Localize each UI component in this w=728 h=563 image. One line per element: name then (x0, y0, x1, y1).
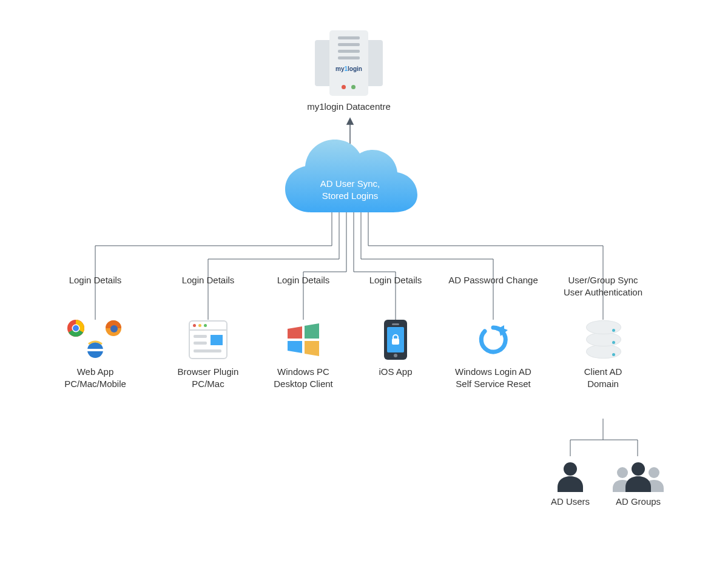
browsers-icon (47, 319, 144, 361)
svg-point-33 (73, 325, 79, 331)
diagram-stage: AD User Sync, Stored Logins my1login my1… (0, 0, 728, 563)
svg-rect-42 (392, 339, 399, 345)
svg-point-48 (632, 462, 645, 476)
svg-marker-40 (288, 341, 302, 353)
svg-rect-37 (87, 349, 103, 351)
adusers-caption: AD Users (543, 496, 598, 508)
svg-marker-38 (288, 326, 302, 339)
desktop-node: Windows PC Desktop Client (255, 319, 352, 389)
adgroups-node: AD Groups (607, 458, 670, 508)
branch-label-1: Login Details (160, 274, 257, 286)
adusers-node: AD Users (543, 458, 598, 508)
plugin-caption: Browser Plugin PC/Mac (160, 366, 257, 389)
addomain-node: Client AD Domain (554, 319, 652, 389)
cloud-label: AD User Sync, Stored Logins (308, 178, 393, 201)
adreset-node: Windows Login AD Self Service Reset (445, 319, 542, 389)
ios-node: iOS App (347, 319, 444, 378)
webapp-node: Web App PC/Mac/Mobile (47, 319, 144, 389)
branch-label-3: Login Details (347, 274, 444, 286)
branch-label-4: AD Password Change (439, 274, 548, 286)
server-icon: my1login (315, 30, 383, 96)
svg-point-35 (110, 325, 118, 332)
windows-logo-icon (255, 319, 352, 361)
addomain-caption: Client AD Domain (554, 366, 652, 389)
svg-marker-41 (305, 341, 319, 356)
user-icon (543, 458, 598, 492)
server-brand: my1login (334, 66, 363, 72)
cloud-line1: AD User Sync, (320, 178, 380, 189)
desktop-caption: Windows PC Desktop Client (255, 366, 352, 389)
ios-caption: iOS App (347, 366, 444, 378)
adgroups-caption: AD Groups (607, 496, 670, 508)
cloud-icon (285, 140, 417, 212)
datacentre-node: my1login my1login Datacentre (300, 30, 397, 113)
adreset-caption: Windows Login AD Self Service Reset (445, 366, 542, 389)
branch-label-5: User/Group Sync User Authentication (548, 274, 658, 298)
browser-window-icon (160, 319, 257, 361)
user-group-icon (607, 458, 670, 492)
plugin-node: Browser Plugin PC/Mac (160, 319, 257, 389)
database-icon (554, 319, 652, 361)
branch-label-2: Login Details (255, 274, 352, 286)
svg-point-46 (617, 467, 628, 478)
svg-marker-1 (347, 118, 353, 124)
svg-point-45 (564, 462, 577, 476)
cloud-line2: Stored Logins (322, 190, 379, 201)
svg-point-47 (649, 467, 659, 478)
refresh-icon (445, 319, 542, 361)
datacentre-caption: my1login Datacentre (300, 101, 397, 113)
webapp-caption: Web App PC/Mac/Mobile (47, 366, 144, 389)
svg-marker-39 (305, 323, 319, 339)
branch-label-0: Login Details (47, 274, 144, 286)
phone-lock-icon (347, 319, 444, 361)
